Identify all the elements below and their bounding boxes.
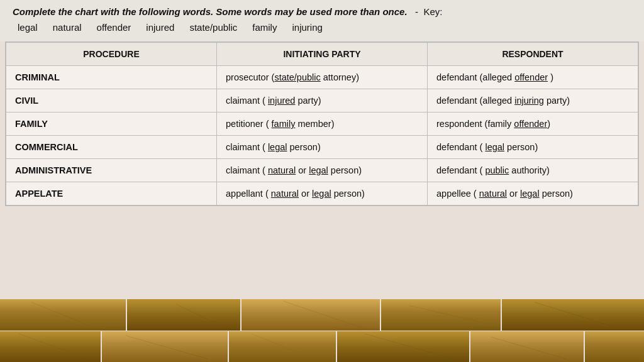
word-highlight: natural [479, 189, 507, 199]
table-row: CIVIL claimant ( injured party) defendan… [6, 89, 638, 112]
word-highlight: legal [312, 189, 331, 199]
initiating-civil: claimant ( injured party) [217, 89, 428, 112]
procedure-civil: CIVIL [6, 89, 217, 112]
svg-rect-4 [502, 299, 644, 331]
table-row: FAMILY petitioner ( family member) respo… [6, 112, 638, 136]
header-respondent: RESPONDENT [428, 43, 638, 66]
word-state-public: state/public [189, 22, 237, 33]
top-section: Complete the chart with the following wo… [0, 0, 644, 41]
initiating-administrative: claimant ( natural or legal person) [217, 159, 428, 182]
word-highlight: legal [520, 189, 540, 199]
table-row: ADMINISTRATIVE claimant ( natural or leg… [6, 159, 638, 182]
respondent-family: respondent (family offender) [428, 112, 638, 136]
word-offender: offender [97, 22, 131, 33]
svg-rect-7 [229, 331, 336, 362]
procedure-administrative: ADMINISTRATIVE [6, 159, 217, 182]
procedure-criminal: CRIMINAL [6, 66, 217, 89]
table-row: APPELATE appellant ( natural or legal pe… [6, 182, 638, 206]
wood-floor-svg [0, 299, 644, 362]
word-highlight: injuring [514, 96, 544, 106]
initiating-criminal: prosecutor (state/public attorney) [217, 66, 428, 89]
word-natural: natural [53, 22, 82, 33]
word-legal: legal [18, 22, 38, 33]
word-highlight: offender [514, 72, 548, 82]
word-highlight: public [485, 165, 509, 175]
word-family: family [252, 22, 277, 33]
procedure-commercial: COMMERCIAL [6, 136, 217, 159]
word-highlight: offender [514, 119, 547, 129]
initiating-family: petitioner ( family member) [217, 112, 428, 136]
instruction-main: Complete the chart with the following wo… [13, 6, 408, 17]
svg-rect-3 [381, 299, 501, 331]
word-highlight: natural [268, 165, 296, 175]
respondent-civil: defendant (alleged injuring party) [428, 89, 638, 112]
svg-rect-8 [337, 331, 469, 362]
initiating-commercial: claimant ( legal person) [217, 136, 428, 159]
word-highlight: legal [309, 165, 328, 175]
word-highlight: legal [485, 142, 504, 152]
word-list: legal natural offender injured state/pub… [13, 22, 631, 33]
svg-rect-1 [127, 299, 240, 331]
instruction-dash: - [415, 6, 418, 17]
word-injured: injured [146, 22, 174, 33]
table-header-row: PROCEDURE INITIATING PARTY RESPONDENT [6, 43, 638, 66]
header-initiating: INITIATING PARTY [217, 43, 428, 66]
procedure-appelate: APPELATE [6, 182, 217, 206]
table-row: COMMERCIAL claimant ( legal person) defe… [6, 136, 638, 159]
svg-rect-5 [0, 331, 101, 362]
instruction-text: Complete the chart with the following wo… [13, 6, 631, 17]
svg-rect-10 [585, 331, 644, 362]
procedure-family: FAMILY [6, 112, 217, 136]
initiating-appelate: appellant ( natural or legal person) [217, 182, 428, 206]
word-highlight: injured [268, 96, 296, 106]
respondent-commercial: defendant ( legal person) [428, 136, 638, 159]
svg-rect-9 [470, 331, 584, 362]
table-row: CRIMINAL prosecutor (state/public attorn… [6, 66, 638, 89]
respondent-appelate: appellee ( natural or legal person) [428, 182, 638, 206]
word-highlight: legal [268, 142, 287, 152]
key-label: Key: [423, 6, 442, 17]
procedure-table: PROCEDURE INITIATING PARTY RESPONDENT CR… [6, 42, 638, 206]
word-injuring: injuring [292, 22, 322, 33]
wood-floor [0, 299, 644, 362]
respondent-criminal: defendant (alleged offender ) [428, 66, 638, 89]
main-table-wrapper: PROCEDURE INITIATING PARTY RESPONDENT CR… [5, 41, 639, 206]
word-highlight: natural [271, 189, 299, 199]
respondent-administrative: defendant ( public authority) [428, 159, 638, 182]
header-procedure: PROCEDURE [6, 43, 217, 66]
word-highlight: state/public [274, 72, 320, 82]
word-highlight: family [272, 119, 296, 129]
svg-rect-2 [242, 299, 380, 331]
